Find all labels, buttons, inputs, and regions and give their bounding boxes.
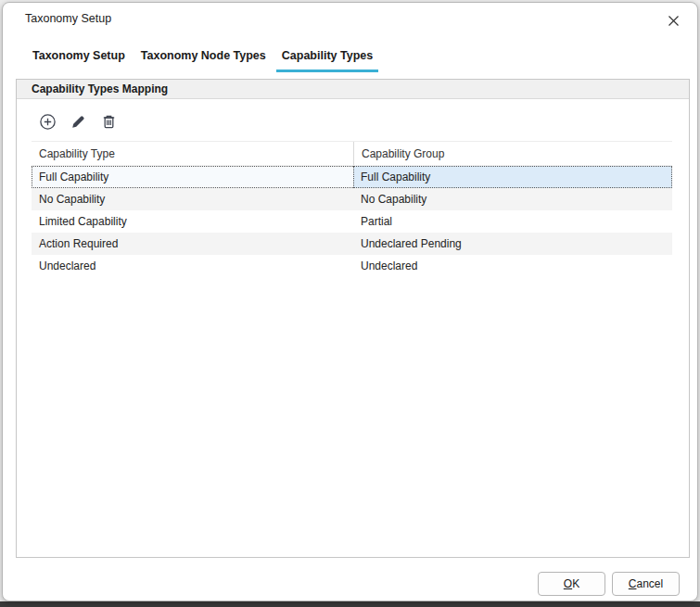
close-icon	[668, 15, 680, 27]
table-row[interactable]: Action Required Undeclared Pending	[32, 233, 672, 255]
taxonomy-setup-dialog: Taxonomy Setup Taxonomy Setup Taxonomy N…	[2, 2, 698, 601]
column-header-capability-group[interactable]: Capability Group	[353, 142, 672, 165]
table-header: Capability Type Capability Group	[32, 142, 672, 166]
cell-capability-type[interactable]: Action Required	[32, 233, 353, 255]
trash-icon	[100, 113, 118, 131]
cell-capability-group[interactable]: Undeclared	[353, 255, 672, 277]
delete-button[interactable]	[99, 112, 118, 131]
column-header-capability-type[interactable]: Capability Type	[32, 142, 353, 165]
cell-capability-group[interactable]: Full Capability	[353, 166, 672, 188]
ok-button[interactable]: OK	[538, 572, 605, 596]
plus-circle-icon	[39, 113, 57, 131]
table-row[interactable]: Undeclared Undeclared	[32, 255, 672, 277]
cell-capability-type[interactable]: Undeclared	[32, 255, 353, 277]
cell-capability-type[interactable]: No Capability	[32, 188, 353, 210]
add-button[interactable]	[38, 112, 57, 131]
ok-button-label: OK	[552, 577, 592, 590]
cell-capability-group[interactable]: No Capability	[353, 188, 672, 210]
cell-capability-group[interactable]: Partial	[353, 210, 672, 233]
tab-capability-types[interactable]: Capability Types	[276, 47, 378, 72]
tab-bar: Taxonomy Setup Taxonomy Node Types Capab…	[27, 47, 383, 72]
cell-capability-type[interactable]: Limited Capability	[32, 210, 353, 233]
capability-types-mapping-group: Capability Types Mapping	[16, 79, 690, 558]
pencil-icon	[70, 113, 87, 131]
capability-mapping-table: Capability Type Capability Group Full Ca…	[32, 141, 672, 277]
cancel-button[interactable]: Cancel	[612, 572, 680, 596]
tab-taxonomy-setup[interactable]: Taxonomy Setup	[27, 47, 131, 72]
window-title: Taxonomy Setup	[25, 12, 111, 25]
table-row[interactable]: Full Capability Full Capability	[32, 166, 672, 188]
edit-button[interactable]	[69, 112, 87, 131]
titlebar: Taxonomy Setup	[3, 3, 697, 36]
close-button[interactable]	[662, 10, 684, 31]
dialog-footer: OK Cancel	[538, 572, 680, 596]
table-row[interactable]: No Capability No Capability	[32, 188, 672, 210]
table-row[interactable]: Limited Capability Partial	[32, 210, 672, 233]
cancel-button-label: Cancel	[626, 577, 666, 590]
cell-capability-type[interactable]: Full Capability	[32, 166, 353, 188]
cell-capability-group[interactable]: Undeclared Pending	[353, 233, 672, 255]
tab-taxonomy-node-types[interactable]: Taxonomy Node Types	[135, 47, 272, 72]
grid-toolbar	[17, 99, 689, 131]
group-title: Capability Types Mapping	[17, 80, 689, 99]
